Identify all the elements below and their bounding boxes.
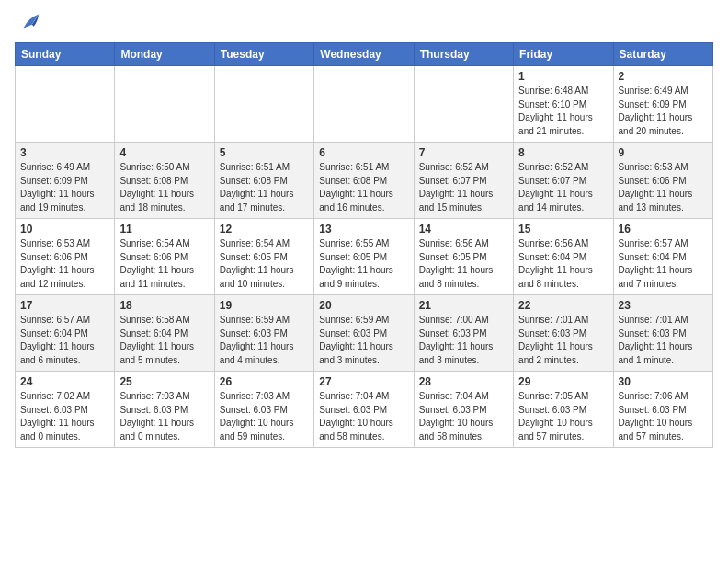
- day-info: Sunrise: 7:01 AMSunset: 6:03 PMDaylight:…: [619, 314, 708, 367]
- day-number: 27: [319, 375, 408, 388]
- day-info: Sunrise: 7:03 AMSunset: 6:03 PMDaylight:…: [119, 390, 209, 443]
- day-info: Sunrise: 6:56 AMSunset: 6:05 PMDaylight:…: [419, 237, 508, 291]
- calendar-cell: 20Sunrise: 6:59 AMSunset: 6:03 PMDayligh…: [314, 295, 414, 372]
- calendar-cell: 7Sunrise: 6:52 AMSunset: 6:07 PMDaylight…: [414, 143, 513, 219]
- calendar-cell: 21Sunrise: 7:00 AMSunset: 6:03 PMDayligh…: [414, 295, 513, 372]
- day-info: Sunrise: 6:51 AMSunset: 6:08 PMDaylight:…: [319, 161, 408, 214]
- day-info: Sunrise: 6:56 AMSunset: 6:04 PMDaylight:…: [518, 237, 608, 291]
- calendar-cell: 1Sunrise: 6:48 AMSunset: 6:10 PMDaylight…: [514, 66, 613, 143]
- calendar-cell: 10Sunrise: 6:53 AMSunset: 6:06 PMDayligh…: [16, 219, 115, 295]
- day-number: 6: [319, 146, 408, 159]
- day-info: Sunrise: 7:00 AMSunset: 6:03 PMDaylight:…: [419, 314, 508, 367]
- page: SundayMondayTuesdayWednesdayThursdayFrid…: [0, 0, 728, 463]
- day-number: 28: [419, 375, 508, 388]
- day-number: 7: [419, 146, 508, 159]
- calendar-table: SundayMondayTuesdayWednesdayThursdayFrid…: [15, 42, 713, 448]
- day-info: Sunrise: 6:52 AMSunset: 6:07 PMDaylight:…: [419, 161, 508, 214]
- calendar-cell: 11Sunrise: 6:54 AMSunset: 6:06 PMDayligh…: [115, 219, 214, 295]
- day-number: 4: [119, 146, 209, 159]
- calendar-col-monday: Monday: [115, 43, 214, 66]
- calendar-cell: 14Sunrise: 6:56 AMSunset: 6:05 PMDayligh…: [414, 219, 513, 295]
- calendar-cell: [214, 66, 313, 143]
- logo-bird-icon: [17, 9, 42, 35]
- calendar-cell: 16Sunrise: 6:57 AMSunset: 6:04 PMDayligh…: [613, 219, 712, 295]
- calendar-cell: 25Sunrise: 7:03 AMSunset: 6:03 PMDayligh…: [115, 372, 214, 448]
- day-info: Sunrise: 7:05 AMSunset: 6:03 PMDaylight:…: [518, 390, 608, 443]
- calendar-col-tuesday: Tuesday: [214, 43, 313, 66]
- day-number: 11: [119, 223, 209, 236]
- calendar-cell: 30Sunrise: 7:06 AMSunset: 6:03 PMDayligh…: [613, 372, 712, 448]
- day-number: 14: [419, 223, 508, 236]
- day-number: 1: [518, 70, 608, 83]
- calendar-cell: 17Sunrise: 6:57 AMSunset: 6:04 PMDayligh…: [16, 295, 115, 372]
- day-info: Sunrise: 6:51 AMSunset: 6:08 PMDaylight:…: [220, 161, 309, 214]
- calendar-cell: 15Sunrise: 6:56 AMSunset: 6:04 PMDayligh…: [514, 219, 613, 295]
- calendar-cell: 27Sunrise: 7:04 AMSunset: 6:03 PMDayligh…: [314, 372, 414, 448]
- calendar-cell: 19Sunrise: 6:59 AMSunset: 6:03 PMDayligh…: [214, 295, 313, 372]
- calendar-cell: [414, 66, 513, 143]
- day-info: Sunrise: 6:55 AMSunset: 6:05 PMDaylight:…: [319, 237, 408, 291]
- calendar-cell: 4Sunrise: 6:50 AMSunset: 6:08 PMDaylight…: [115, 143, 214, 219]
- day-info: Sunrise: 6:58 AMSunset: 6:04 PMDaylight:…: [119, 314, 209, 367]
- day-number: 24: [20, 375, 109, 388]
- calendar-week-5: 24Sunrise: 7:02 AMSunset: 6:03 PMDayligh…: [16, 372, 713, 448]
- calendar-cell: [115, 66, 214, 143]
- day-number: 2: [619, 70, 708, 83]
- day-number: 19: [220, 299, 309, 312]
- day-info: Sunrise: 6:49 AMSunset: 6:09 PMDaylight:…: [619, 85, 708, 138]
- day-number: 22: [518, 299, 608, 312]
- calendar-col-sunday: Sunday: [16, 43, 115, 66]
- day-info: Sunrise: 6:53 AMSunset: 6:06 PMDaylight:…: [619, 161, 708, 214]
- day-number: 23: [619, 299, 708, 312]
- calendar-week-4: 17Sunrise: 6:57 AMSunset: 6:04 PMDayligh…: [16, 295, 713, 372]
- calendar-cell: 13Sunrise: 6:55 AMSunset: 6:05 PMDayligh…: [314, 219, 414, 295]
- day-info: Sunrise: 7:04 AMSunset: 6:03 PMDaylight:…: [419, 390, 508, 443]
- day-info: Sunrise: 6:49 AMSunset: 6:09 PMDaylight:…: [20, 161, 109, 214]
- calendar-cell: 23Sunrise: 7:01 AMSunset: 6:03 PMDayligh…: [613, 295, 712, 372]
- day-info: Sunrise: 7:02 AMSunset: 6:03 PMDaylight:…: [20, 390, 109, 443]
- calendar-header-row: SundayMondayTuesdayWednesdayThursdayFrid…: [16, 43, 713, 66]
- calendar-col-wednesday: Wednesday: [314, 43, 414, 66]
- day-info: Sunrise: 7:04 AMSunset: 6:03 PMDaylight:…: [319, 390, 408, 443]
- day-info: Sunrise: 6:59 AMSunset: 6:03 PMDaylight:…: [220, 314, 309, 367]
- day-number: 17: [20, 299, 109, 312]
- calendar-cell: 28Sunrise: 7:04 AMSunset: 6:03 PMDayligh…: [414, 372, 513, 448]
- day-info: Sunrise: 6:53 AMSunset: 6:06 PMDaylight:…: [20, 237, 109, 291]
- day-number: 3: [20, 146, 109, 159]
- calendar-cell: 26Sunrise: 7:03 AMSunset: 6:03 PMDayligh…: [214, 372, 313, 448]
- calendar-week-3: 10Sunrise: 6:53 AMSunset: 6:06 PMDayligh…: [16, 219, 713, 295]
- day-number: 21: [419, 299, 508, 312]
- calendar-cell: 5Sunrise: 6:51 AMSunset: 6:08 PMDaylight…: [214, 143, 313, 219]
- day-info: Sunrise: 6:57 AMSunset: 6:04 PMDaylight:…: [619, 237, 708, 291]
- day-number: 9: [619, 146, 708, 159]
- day-info: Sunrise: 6:57 AMSunset: 6:04 PMDaylight:…: [20, 314, 109, 367]
- calendar-col-saturday: Saturday: [613, 43, 712, 66]
- calendar-cell: [314, 66, 414, 143]
- day-number: 5: [220, 146, 309, 159]
- calendar-col-friday: Friday: [514, 43, 613, 66]
- day-number: 18: [119, 299, 209, 312]
- day-info: Sunrise: 6:52 AMSunset: 6:07 PMDaylight:…: [518, 161, 608, 214]
- day-number: 10: [20, 223, 109, 236]
- calendar-cell: 29Sunrise: 7:05 AMSunset: 6:03 PMDayligh…: [514, 372, 613, 448]
- day-info: Sunrise: 7:01 AMSunset: 6:03 PMDaylight:…: [518, 314, 608, 367]
- calendar-cell: 6Sunrise: 6:51 AMSunset: 6:08 PMDaylight…: [314, 143, 414, 219]
- calendar-cell: 8Sunrise: 6:52 AMSunset: 6:07 PMDaylight…: [514, 143, 613, 219]
- day-number: 20: [319, 299, 408, 312]
- day-info: Sunrise: 6:54 AMSunset: 6:06 PMDaylight:…: [119, 237, 209, 291]
- logo: [15, 9, 42, 35]
- day-info: Sunrise: 6:48 AMSunset: 6:10 PMDaylight:…: [518, 85, 608, 138]
- day-info: Sunrise: 7:06 AMSunset: 6:03 PMDaylight:…: [619, 390, 708, 443]
- day-info: Sunrise: 6:59 AMSunset: 6:03 PMDaylight:…: [319, 314, 408, 367]
- day-number: 29: [518, 375, 608, 388]
- calendar-cell: 22Sunrise: 7:01 AMSunset: 6:03 PMDayligh…: [514, 295, 613, 372]
- day-number: 13: [319, 223, 408, 236]
- day-number: 12: [220, 223, 309, 236]
- day-number: 15: [518, 223, 608, 236]
- calendar-cell: 18Sunrise: 6:58 AMSunset: 6:04 PMDayligh…: [115, 295, 214, 372]
- header: [15, 9, 713, 35]
- calendar-col-thursday: Thursday: [414, 43, 513, 66]
- calendar-week-1: 1Sunrise: 6:48 AMSunset: 6:10 PMDaylight…: [16, 66, 713, 143]
- day-number: 25: [119, 375, 209, 388]
- calendar-cell: 24Sunrise: 7:02 AMSunset: 6:03 PMDayligh…: [16, 372, 115, 448]
